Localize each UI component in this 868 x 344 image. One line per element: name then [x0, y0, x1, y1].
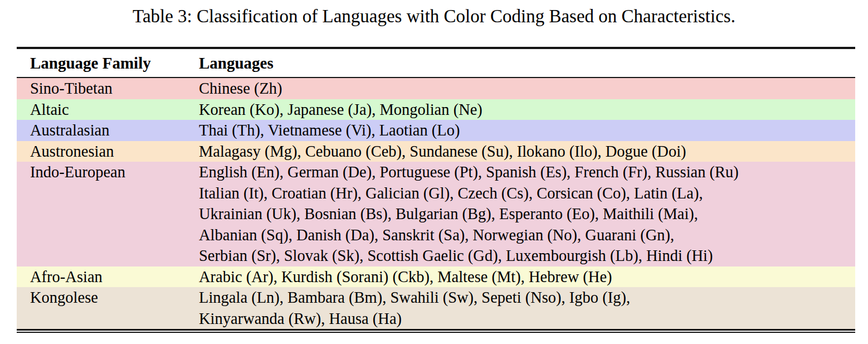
languages-line: Arabic (Ar), Kurdish (Sorani) (Ckb), Mal… — [199, 267, 847, 288]
language-family-cell: Austronesian — [17, 141, 199, 162]
languages-line: Albanian (Sq), Danish (Da), Sanskrit (Sa… — [199, 225, 847, 246]
table-caption: Table 3: Classification of Languages wit… — [0, 4, 868, 28]
table-row-afro-asian: Afro-Asian Arabic (Ar), Kurdish (Sorani)… — [17, 267, 855, 288]
languages-line: Italian (It), Croatian (Hr), Galician (G… — [199, 183, 847, 204]
languages-line: Chinese (Zh) — [199, 78, 847, 99]
table-row-indo-european: Indo-European English (En), German (De),… — [17, 162, 855, 267]
languages-line: Ukrainian (Uk), Bosnian (Bs), Bulgarian … — [199, 204, 847, 225]
languages-cell: Chinese (Zh) — [199, 78, 855, 99]
language-family-cell: Afro-Asian — [17, 267, 199, 288]
languages-cell: Thai (Th), Vietnamese (Vi), Laotian (Lo) — [199, 120, 855, 141]
language-classification-table: Language Family Languages Sino-Tibetan C… — [17, 47, 855, 333]
language-family-cell: Indo-European — [17, 162, 199, 183]
languages-cell: Lingala (Ln), Bambara (Bm), Swahili (Sw)… — [199, 287, 855, 329]
languages-line: Lingala (Ln), Bambara (Bm), Swahili (Sw)… — [199, 287, 847, 308]
table-row-altaic: Altaic Korean (Ko), Japanese (Ja), Mongo… — [17, 99, 855, 120]
languages-cell: Korean (Ko), Japanese (Ja), Mongolian (N… — [199, 99, 855, 120]
language-family-cell: Australasian — [17, 120, 199, 141]
table-row-australasian: Australasian Thai (Th), Vietnamese (Vi),… — [17, 120, 855, 141]
column-header-languages: Languages — [199, 54, 855, 72]
languages-cell: Arabic (Ar), Kurdish (Sorani) (Ckb), Mal… — [199, 267, 855, 288]
table-row-sino-tibetan: Sino-Tibetan Chinese (Zh) — [17, 78, 855, 99]
column-header-language-family: Language Family — [17, 54, 199, 72]
table-row-austronesian: Austronesian Malagasy (Mg), Cebuano (Ceb… — [17, 141, 855, 162]
header-row: Language Family Languages — [17, 49, 855, 77]
language-family-cell: Kongolese — [17, 287, 199, 308]
languages-line: Thai (Th), Vietnamese (Vi), Laotian (Lo) — [199, 120, 847, 141]
bottom-rule-thin — [17, 332, 855, 333]
languages-line: Kinyarwanda (Rw), Hausa (Ha) — [199, 308, 847, 330]
languages-cell: English (En), German (De), Portuguese (P… — [199, 162, 855, 267]
language-family-cell: Altaic — [17, 99, 199, 120]
languages-line: English (En), German (De), Portuguese (P… — [199, 162, 847, 183]
language-family-cell: Sino-Tibetan — [17, 78, 199, 99]
languages-line: Malagasy (Mg), Cebuano (Ceb), Sundanese … — [199, 141, 847, 162]
languages-cell: Malagasy (Mg), Cebuano (Ceb), Sundanese … — [199, 141, 855, 162]
languages-line: Korean (Ko), Japanese (Ja), Mongolian (N… — [199, 99, 847, 120]
table-row-kongolese: Kongolese Lingala (Ln), Bambara (Bm), Sw… — [17, 287, 855, 329]
languages-line: Serbian (Sr), Slovak (Sk), Scottish Gael… — [199, 245, 847, 267]
